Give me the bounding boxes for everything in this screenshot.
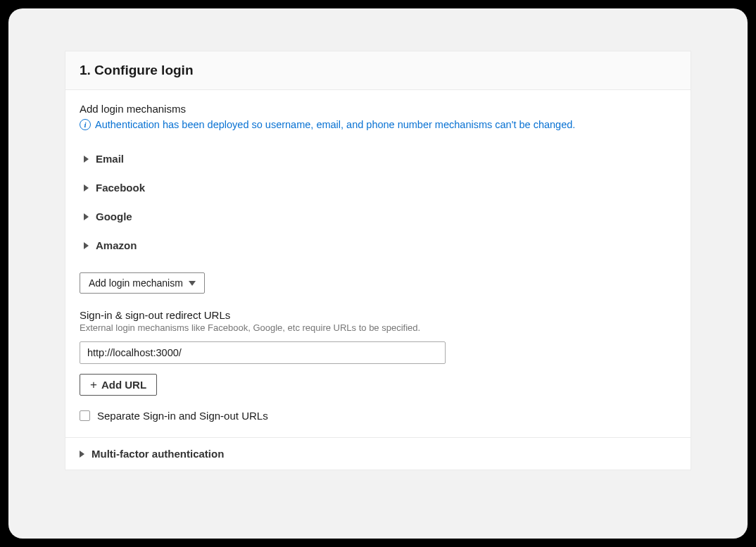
add-login-mechanism-dropdown[interactable]: Add login mechanism	[80, 272, 205, 294]
expand-icon	[84, 184, 89, 191]
info-note: i Authentication has been deployed so us…	[80, 119, 676, 130]
add-url-button[interactable]: + Add URL	[80, 374, 157, 396]
separate-urls-label: Separate Sign-in and Sign-out URLs	[97, 410, 268, 422]
checkbox-icon[interactable]	[80, 410, 90, 421]
chevron-down-icon	[189, 281, 196, 286]
dropdown-label: Add login mechanism	[89, 277, 183, 289]
mechanism-label: Google	[96, 210, 132, 222]
panel-title: 1. Configure login	[80, 63, 676, 78]
mechanism-label: Facebook	[96, 182, 145, 194]
mfa-label: Multi-factor authentication	[92, 448, 224, 460]
mechanism-item-google[interactable]: Google	[84, 202, 676, 231]
info-icon: i	[80, 119, 91, 130]
expand-icon	[84, 156, 89, 163]
expand-icon	[84, 242, 89, 249]
mechanism-label: Email	[96, 153, 124, 165]
redirect-urls-help: External login mechanisms like Facebook,…	[80, 322, 676, 333]
panel-header: 1. Configure login	[65, 51, 691, 90]
panel-body: Add login mechanisms i Authentication ha…	[65, 90, 691, 437]
redirect-urls-label: Sign-in & sign-out redirect URLs	[80, 309, 676, 321]
mechanism-label: Amazon	[96, 239, 137, 251]
separate-urls-checkbox-row[interactable]: Separate Sign-in and Sign-out URLs	[80, 410, 676, 422]
page-container: 1. Configure login Add login mechanisms …	[8, 8, 748, 539]
configure-login-panel: 1. Configure login Add login mechanisms …	[65, 51, 691, 470]
info-note-text: Authentication has been deployed so user…	[95, 119, 575, 130]
expand-icon	[84, 213, 89, 220]
add-url-label: Add URL	[101, 379, 146, 391]
mechanism-item-facebook[interactable]: Facebook	[84, 173, 676, 202]
plus-icon: +	[90, 379, 97, 391]
mechanism-item-email[interactable]: Email	[84, 144, 676, 173]
expand-icon	[80, 451, 84, 458]
mfa-section-toggle[interactable]: Multi-factor authentication	[65, 437, 691, 470]
mechanism-list: Email Facebook Google Amazon	[80, 144, 676, 260]
add-login-subheading: Add login mechanisms	[80, 103, 676, 115]
redirect-url-input[interactable]	[80, 341, 446, 364]
mechanism-item-amazon[interactable]: Amazon	[84, 231, 676, 260]
